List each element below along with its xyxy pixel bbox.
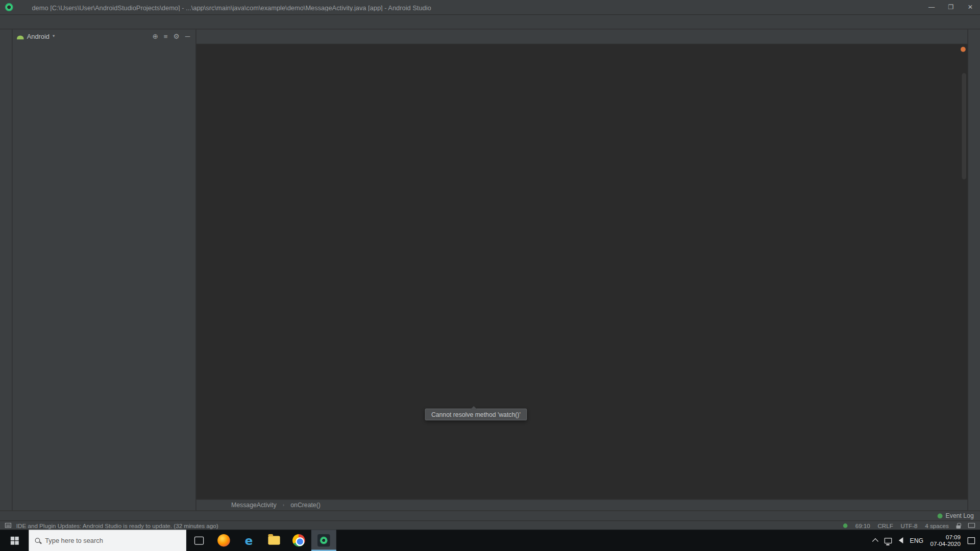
tool-window-bar: Event Log (0, 510, 980, 520)
locate-file-button[interactable]: ⊕ (151, 33, 159, 39)
hide-panel-button[interactable]: ─ (184, 33, 191, 39)
gear-icon[interactable]: ⚙ (172, 33, 181, 39)
chrome-icon (292, 534, 305, 546)
volume-icon[interactable] (898, 537, 903, 543)
file-explorer-button[interactable] (261, 530, 286, 551)
android-studio-icon (317, 534, 330, 546)
status-bar: IDE and Plugin Updates: Android Studio i… (0, 520, 980, 530)
left-tool-stripe (0, 30, 12, 511)
close-button[interactable]: ✕ (961, 0, 980, 15)
status-dot-icon (843, 523, 848, 528)
project-panel: Android ▾ ⊕ ≡ ⚙ ─ (12, 30, 196, 511)
window-title: demo [C:\Users\User\AndroidStudioProject… (32, 4, 922, 11)
lock-icon[interactable] (956, 525, 961, 528)
editor-scrollbar[interactable] (962, 73, 966, 179)
error-tooltip: Cannot resolve method 'watch()' (425, 409, 527, 420)
android-studio-logo-icon (5, 3, 13, 11)
right-tool-stripe (968, 30, 980, 511)
line-ending[interactable]: CRLF (877, 522, 893, 529)
android-studio-taskbar-button[interactable] (311, 530, 336, 551)
network-icon[interactable] (884, 538, 892, 543)
search-icon (35, 538, 40, 543)
breadcrumb-method[interactable]: onCreate() (290, 502, 321, 508)
chevron-down-icon: ▾ (53, 34, 55, 39)
clock[interactable]: 07:09 07-04-2020 (930, 534, 961, 547)
cursor-position[interactable]: 69:10 (855, 522, 870, 529)
show-hidden-icons-button[interactable] (872, 538, 878, 544)
project-tree (12, 43, 195, 510)
task-view-button[interactable] (186, 530, 211, 551)
firefox-icon (217, 534, 230, 546)
date: 07-04-2020 (930, 540, 961, 547)
status-message: IDE and Plugin Updates: Android Studio i… (16, 522, 218, 529)
navigation-bar (0, 15, 980, 29)
file-encoding[interactable]: UTF-8 (901, 522, 918, 529)
windows-logo-icon (10, 536, 18, 544)
edge-button[interactable]: e (236, 530, 261, 551)
editor: MessageActivity › onCreate() Cannot reso… (196, 30, 967, 511)
editor-breadcrumb: MessageActivity › onCreate() (196, 499, 967, 510)
filter-icon[interactable]: ≡ (162, 33, 169, 39)
time: 07:09 (930, 534, 961, 540)
indent-setting[interactable]: 4 spaces (925, 522, 949, 529)
system-tray: ENG 07:09 07-04-2020 (873, 530, 980, 551)
event-log-icon (938, 513, 943, 518)
minimize-button[interactable]: — (922, 0, 941, 15)
android-icon (17, 35, 23, 39)
chrome-button[interactable] (286, 530, 311, 551)
search-placeholder: Type here to search (45, 537, 103, 544)
tool-window-toggle-icon[interactable] (5, 523, 11, 528)
windows-taskbar: Type here to search e ENG 07:09 07-04-20… (0, 530, 980, 551)
title-bar: demo [C:\Users\User\AndroidStudioProject… (0, 0, 980, 15)
language-indicator[interactable]: ENG (910, 537, 924, 543)
event-log-button[interactable]: Event Log (946, 512, 974, 519)
file-explorer-icon (268, 536, 280, 545)
breadcrumb-class[interactable]: MessageActivity (231, 502, 276, 508)
task-view-icon (194, 536, 203, 544)
firefox-button[interactable] (211, 530, 236, 551)
chevron-right-icon: › (281, 502, 286, 508)
maximize-button[interactable]: ❐ (941, 0, 961, 15)
editor-tabs (196, 30, 967, 44)
taskbar-search[interactable]: Type here to search (29, 530, 186, 551)
screen-indicator-icon (968, 523, 975, 528)
edge-icon: e (244, 534, 253, 547)
project-view-selector[interactable]: Android (27, 33, 50, 40)
android-studio-window: demo [C:\Users\User\AndroidStudioProject… (0, 0, 980, 551)
code-area[interactable] (196, 44, 967, 499)
error-count-badge (961, 47, 966, 52)
action-center-icon[interactable] (968, 537, 975, 543)
start-button[interactable] (0, 530, 29, 551)
